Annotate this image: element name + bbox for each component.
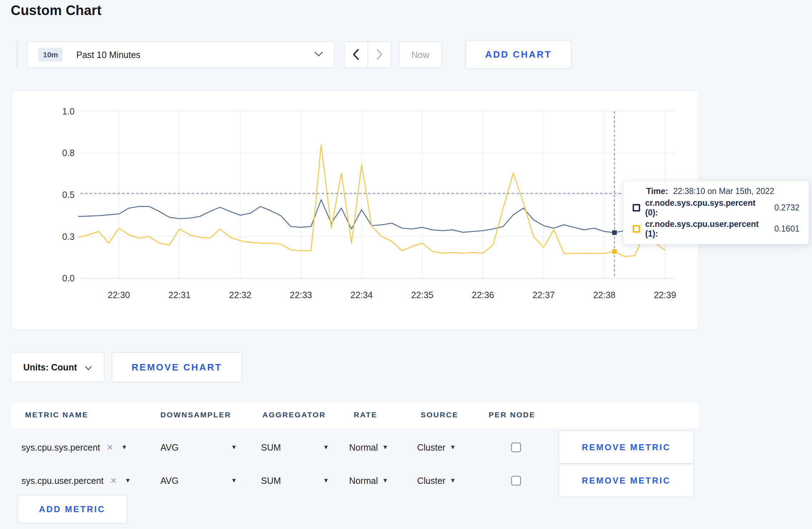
tooltip-time-value: 22:38:10 on Mar 15th, 2022 bbox=[673, 186, 774, 196]
tooltip-series-name: cr.node.sys.cpu.sys.percent (0): bbox=[645, 198, 769, 218]
caret-down-icon: ▼ bbox=[382, 444, 388, 451]
units-label: Units: Count bbox=[23, 362, 77, 373]
col-header-source: SOURCE bbox=[421, 411, 458, 419]
x-tick-label: 22:36 bbox=[472, 290, 494, 300]
rate-select[interactable]: Normal ▼ bbox=[349, 442, 388, 452]
timeseries-chart[interactable]: 22:3022:3122:3222:3322:3422:3522:3622:37… bbox=[12, 91, 699, 329]
col-header-rate: RATE bbox=[354, 411, 377, 419]
time-range-dropdown[interactable]: 10m Past 10 Minutes bbox=[27, 42, 334, 68]
clear-metric-icon[interactable]: ✕ bbox=[107, 442, 113, 452]
col-header-metric-name: METRIC NAME bbox=[25, 411, 88, 419]
tooltip-series-row: cr.node.sys.cpu.user.percent (1): 0.1601 bbox=[633, 219, 799, 239]
x-tick-label: 22:37 bbox=[532, 290, 555, 300]
remove-metric-button[interactable]: REMOVE METRIC bbox=[559, 431, 694, 464]
aggregator-select[interactable]: SUM bbox=[261, 475, 281, 486]
chevron-left-icon bbox=[352, 49, 360, 61]
remove-metric-button[interactable]: REMOVE METRIC bbox=[559, 464, 694, 497]
caret-down-icon: ▼ bbox=[323, 477, 329, 484]
downsampler-value: AVG bbox=[160, 475, 179, 486]
chart-card: 22:3022:3122:3222:3322:3422:3522:3622:37… bbox=[11, 90, 699, 330]
tooltip-time-row: Time: 22:38:10 on Mar 15th, 2022 bbox=[633, 186, 799, 196]
add-metric-button[interactable]: ADD METRIC bbox=[17, 495, 127, 524]
tooltip-series-row: cr.node.sys.cpu.sys.percent (0): 0.2732 bbox=[633, 198, 799, 218]
caret-down-icon: ▼ bbox=[231, 477, 237, 484]
page-title: Custom Chart bbox=[11, 3, 102, 18]
downsampler-caret[interactable]: ▼ bbox=[231, 444, 237, 451]
aggregator-value: SUM bbox=[261, 475, 281, 486]
chevron-right-icon bbox=[376, 49, 383, 61]
caret-down-icon: ▼ bbox=[231, 444, 237, 451]
metrics-table: METRIC NAME DOWNSAMPLER AGGREGATOR RATE … bbox=[0, 403, 812, 529]
x-tick-label: 22:34 bbox=[351, 290, 373, 300]
x-tick-label: 22:38 bbox=[593, 290, 615, 300]
x-tick-label: 22:30 bbox=[108, 290, 130, 300]
source-select[interactable]: Cluster ▼ bbox=[417, 442, 456, 452]
rate-value: Normal bbox=[349, 475, 378, 486]
metric-name-select[interactable]: sys.cpu.user.percent ✕ ▼ bbox=[21, 475, 131, 486]
source-select[interactable]: Cluster ▼ bbox=[417, 475, 456, 486]
y-tick-label: 1.0 bbox=[62, 106, 75, 116]
caret-down-icon: ▼ bbox=[450, 444, 456, 451]
source-value: Cluster bbox=[417, 475, 445, 486]
caret-down-icon: ▼ bbox=[125, 477, 131, 484]
x-tick-label: 22:31 bbox=[168, 290, 190, 300]
x-tick-label: 22:32 bbox=[229, 290, 251, 300]
toolbar-divider bbox=[17, 42, 18, 68]
metric-row: sys.cpu.sys.percent ✕ ▼ AVG ▼ SUM ▼ Norm… bbox=[11, 431, 699, 464]
tooltip-series-name: cr.node.sys.cpu.user.percent (1): bbox=[645, 219, 769, 239]
hover-marker-0 bbox=[612, 230, 617, 235]
tooltip-series-value: 0.2732 bbox=[774, 203, 799, 213]
col-header-per-node: PER NODE bbox=[489, 411, 536, 419]
y-tick-label: 0.5 bbox=[62, 190, 75, 200]
downsampler-select[interactable]: AVG bbox=[160, 475, 179, 486]
user-series-swatch-icon bbox=[633, 225, 640, 233]
remove-chart-button[interactable]: REMOVE CHART bbox=[112, 352, 242, 382]
y-tick-label: 0.3 bbox=[62, 232, 75, 242]
source-value: Cluster bbox=[417, 442, 445, 452]
next-time-button[interactable] bbox=[368, 42, 391, 68]
caret-down-icon: ▼ bbox=[382, 477, 388, 484]
x-tick-label: 22:35 bbox=[411, 290, 433, 300]
per-node-checkbox[interactable] bbox=[511, 442, 521, 452]
clear-metric-icon[interactable]: ✕ bbox=[110, 476, 117, 485]
series-line-1 bbox=[78, 145, 665, 257]
add-chart-button[interactable]: ADD CHART bbox=[465, 40, 571, 69]
metric-name-value: sys.cpu.sys.percent bbox=[21, 442, 100, 452]
y-tick-label: 0.0 bbox=[62, 273, 75, 283]
metric-name-value: sys.cpu.user.percent bbox=[21, 475, 103, 486]
prev-time-button[interactable] bbox=[344, 42, 368, 68]
time-range-badge: 10m bbox=[38, 48, 63, 62]
time-range-label: Past 10 Minutes bbox=[76, 50, 140, 60]
chart-hover-tooltip: Time: 22:38:10 on Mar 15th, 2022 cr.node… bbox=[623, 181, 809, 244]
col-header-downsampler: DOWNSAMPLER bbox=[160, 411, 231, 419]
metric-name-select[interactable]: sys.cpu.sys.percent ✕ ▼ bbox=[21, 442, 127, 452]
tooltip-series-value: 0.1601 bbox=[774, 224, 799, 234]
downsampler-caret[interactable]: ▼ bbox=[231, 477, 237, 484]
caret-down-icon: ▼ bbox=[323, 444, 329, 451]
hover-marker-1 bbox=[612, 249, 617, 254]
rate-value: Normal bbox=[349, 442, 378, 452]
metrics-table-header: METRIC NAME DOWNSAMPLER AGGREGATOR RATE … bbox=[11, 403, 699, 428]
sys-series-swatch-icon bbox=[633, 204, 640, 212]
col-header-aggregator: AGGREGATOR bbox=[262, 411, 326, 419]
caret-down-icon: ▼ bbox=[121, 444, 127, 451]
x-tick-label: 22:39 bbox=[654, 290, 676, 300]
chevron-down-icon bbox=[85, 362, 92, 373]
aggregator-value: SUM bbox=[261, 442, 281, 452]
downsampler-value: AVG bbox=[160, 442, 179, 452]
rate-select[interactable]: Normal ▼ bbox=[349, 475, 388, 486]
caret-down-icon: ▼ bbox=[450, 477, 456, 484]
chevron-down-icon bbox=[314, 51, 323, 58]
aggregator-caret[interactable]: ▼ bbox=[323, 477, 329, 484]
y-tick-label: 0.8 bbox=[62, 148, 75, 158]
downsampler-select[interactable]: AVG bbox=[160, 442, 179, 452]
now-button[interactable]: Now bbox=[399, 42, 442, 68]
units-dropdown[interactable]: Units: Count bbox=[11, 352, 105, 382]
series-line-0 bbox=[78, 200, 665, 233]
aggregator-select[interactable]: SUM bbox=[261, 442, 281, 452]
tooltip-time-label: Time: bbox=[646, 186, 668, 196]
aggregator-caret[interactable]: ▼ bbox=[323, 444, 329, 451]
metric-row: sys.cpu.user.percent ✕ ▼ AVG ▼ SUM ▼ Nor… bbox=[11, 464, 699, 497]
time-window-nav bbox=[344, 42, 391, 68]
per-node-checkbox[interactable] bbox=[511, 476, 521, 485]
